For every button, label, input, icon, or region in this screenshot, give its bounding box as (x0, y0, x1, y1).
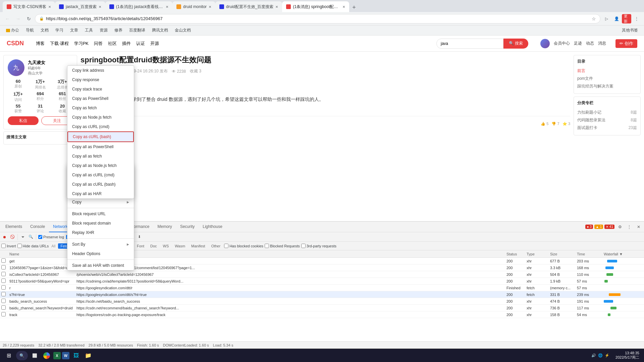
clear-icon[interactable]: 🚫 (9, 234, 15, 240)
taskbar-task-view[interactable]: ⬜ (29, 350, 40, 361)
tab-close-4[interactable]: ✕ (209, 5, 211, 9)
nav-qa[interactable]: 问答 (94, 41, 103, 47)
taskbar-photos[interactable]: 🖼 (71, 350, 82, 361)
profile-icon[interactable]: 👤 (612, 14, 621, 23)
tab-console[interactable]: Console (26, 222, 49, 232)
bookmark-nav[interactable]: 导航 (24, 27, 36, 34)
filter-ws[interactable]: WS (161, 243, 171, 249)
nav-community[interactable]: 社区 (108, 41, 117, 47)
category-interview[interactable]: 面试题打卡23篇 (577, 124, 637, 132)
table-row[interactable]: r https://googlesyndication.com/dtt/r Fi… (0, 285, 644, 291)
menu-save-har[interactable]: Save all as HAR with content (67, 261, 134, 270)
menu-copy[interactable]: Copy (67, 197, 134, 207)
bookmark-others[interactable]: 其他书签 (620, 27, 640, 34)
export-har-icon[interactable]: ⬇ (137, 234, 143, 240)
nav-study[interactable]: 学习PK (74, 41, 89, 47)
cast-icon[interactable]: ▷ (602, 14, 611, 23)
submenu-copy-nodejs[interactable]: Copy as Node.js fetch (67, 113, 134, 122)
tab-jastack[interactable]: jastack_百度搜索 ✕ (55, 1, 105, 12)
menu-replay-xhr[interactable]: Replay XHR (67, 228, 134, 237)
csdn-search-button[interactable]: 🔍 搜索 (503, 39, 528, 49)
bookmark-icon[interactable]: ☆ (592, 16, 596, 21)
address-bar[interactable]: 🔒 https://blog.csdn.net/qq_35754976/arti… (35, 14, 600, 23)
toc-item-intro[interactable]: 前言 (577, 67, 637, 75)
tab-close-5[interactable]: ✕ (275, 5, 278, 9)
submenu-copy-all-fetch[interactable]: Copy all as fetch (67, 152, 134, 161)
tab-elements[interactable]: Elements (1, 222, 26, 232)
submenu-copy-all-nodejs[interactable]: Copy all as Node.js fetch (67, 161, 134, 170)
nav-open[interactable]: 开源 (150, 41, 159, 47)
forward-button[interactable]: → (13, 14, 23, 23)
history[interactable]: 足迹 (574, 41, 582, 46)
hide-urls-checkbox[interactable]: Hide data URLs (17, 244, 49, 248)
table-row[interactable]: baidu_zhannei_search?keyword=druid https… (0, 305, 644, 311)
filter-icon[interactable]: ⏷ (20, 234, 26, 240)
more-menu[interactable]: ⋮ (632, 14, 641, 23)
menu-block-url[interactable]: Block request URL (67, 209, 134, 219)
update-button[interactable]: 更新 (622, 14, 631, 23)
tab-close-6[interactable]: ✕ (342, 5, 345, 9)
tab-druid-config[interactable]: druid配置不生效_百度搜索 ✕ (215, 1, 282, 12)
taskbar-search[interactable]: 🔍 (16, 351, 28, 360)
close-devtools-icon[interactable]: ✕ (635, 223, 643, 231)
more-devtools-icon[interactable]: ⋮ (625, 223, 633, 231)
csdn-search-input[interactable] (436, 39, 503, 49)
filter-doc[interactable]: Doc (148, 243, 159, 249)
reload-button[interactable]: ↻ (24, 14, 34, 23)
table-row[interactable]: 9311?positionId=58&queryWord=spr https:/… (0, 278, 644, 285)
nav-download[interactable]: 下载·课程 (50, 41, 69, 47)
filter-other[interactable]: Other (209, 243, 223, 249)
record-icon[interactable]: ⏺ (1, 234, 7, 240)
bookmark-tencent-docs[interactable]: 腾讯文档 (150, 27, 170, 34)
submenu-copy-all-powershell[interactable]: Copy all as PowerShell (67, 142, 134, 152)
new-tab-button[interactable]: + (349, 3, 359, 12)
bookmark-cultivation[interactable]: 修养 (112, 27, 124, 34)
taskbar-app4[interactable]: 📁 (83, 350, 94, 361)
bookmark-docs[interactable]: 文档 (39, 27, 51, 34)
nav-plugin[interactable]: 插件 (122, 41, 131, 47)
blocked-requests-checkbox[interactable]: Blocked Requests (265, 244, 300, 248)
invert-checkbox[interactable]: Invert (1, 244, 16, 248)
filter-wasm[interactable]: Wasm (172, 243, 187, 249)
third-party-checkbox[interactable]: 3rd-party requests (301, 244, 336, 248)
category-leetcode[interactable]: 力扣刷题小记8篇 (577, 109, 637, 116)
nav-blog[interactable]: 博客 (36, 41, 45, 47)
blocked-cookies-checkbox[interactable]: Has blocked cookies (224, 244, 263, 248)
tab-jastack2[interactable]: (1条消息) jastack查看线程状态:_百度搜索 ✕ (105, 1, 172, 12)
search-icon[interactable]: 🔍 (28, 234, 34, 240)
toc-item-solution[interactable]: 踩坑经历与解决方案 (577, 82, 637, 90)
menu-block-domain[interactable]: Block request domain (67, 219, 134, 228)
start-button[interactable]: ⊞ (3, 350, 15, 362)
tab-memory[interactable]: Memory (154, 222, 176, 232)
submenu-copy-all-curl-bash[interactable]: Copy all as cURL (bash) (67, 180, 134, 189)
tab-close-2[interactable]: ✕ (99, 5, 101, 9)
menu-header-options[interactable]: Header Options (67, 249, 134, 258)
tab-close-1[interactable]: ✕ (48, 5, 51, 9)
taskbar-chrome[interactable] (41, 350, 52, 361)
category-algorithm[interactable]: 代码随想录算法8篇 (577, 116, 637, 124)
submenu-copy-curl-bash[interactable]: Copy as cURL (bash) (67, 131, 134, 142)
tab-lighthouse[interactable]: Lighthouse (199, 222, 226, 232)
preserve-log-checkbox[interactable]: Preserve log (38, 235, 64, 239)
taskbar-excel[interactable]: X (53, 352, 61, 359)
submenu-copy-powershell[interactable]: Copy as PowerShell (67, 94, 134, 103)
submenu-copy-all-curl-cmd[interactable]: Copy all as cURL (cmd) (67, 170, 134, 180)
volume-icon[interactable]: 🔊 (591, 353, 596, 358)
table-row[interactable]: s?ht=true https://googlesyndication.com/… (0, 291, 644, 298)
back-button[interactable]: ← (3, 14, 12, 23)
dynamics[interactable]: 动态 (586, 41, 594, 46)
bookmark-office[interactable]: 办公 (4, 27, 21, 34)
network-icon[interactable]: 🌐 (598, 353, 603, 358)
submenu-copy-stack[interactable]: Copy stack trace (67, 84, 134, 94)
message-button[interactable]: 私信 (8, 116, 39, 125)
taskbar-word[interactable]: W (62, 352, 69, 359)
nav-auth[interactable]: 认证 (136, 41, 145, 47)
bookmark-tools[interactable]: 工具 (83, 27, 95, 34)
submenu-copy-curl-cmd[interactable]: Copy as cURL (cmd) (67, 122, 134, 131)
submenu-copy-link[interactable]: Copy link address (67, 66, 134, 75)
tab-druid-monitor[interactable]: druid monitor ✕ (172, 1, 215, 12)
submenu-copy-all-har[interactable]: Copy all as HAR (67, 189, 134, 198)
tab-springboot-active[interactable]: (1条消息) springboot配置druid... ✕ (282, 1, 349, 12)
bookmark-resources[interactable]: 资源 (98, 27, 110, 34)
menu-sort-by[interactable]: Sort By (67, 240, 134, 249)
